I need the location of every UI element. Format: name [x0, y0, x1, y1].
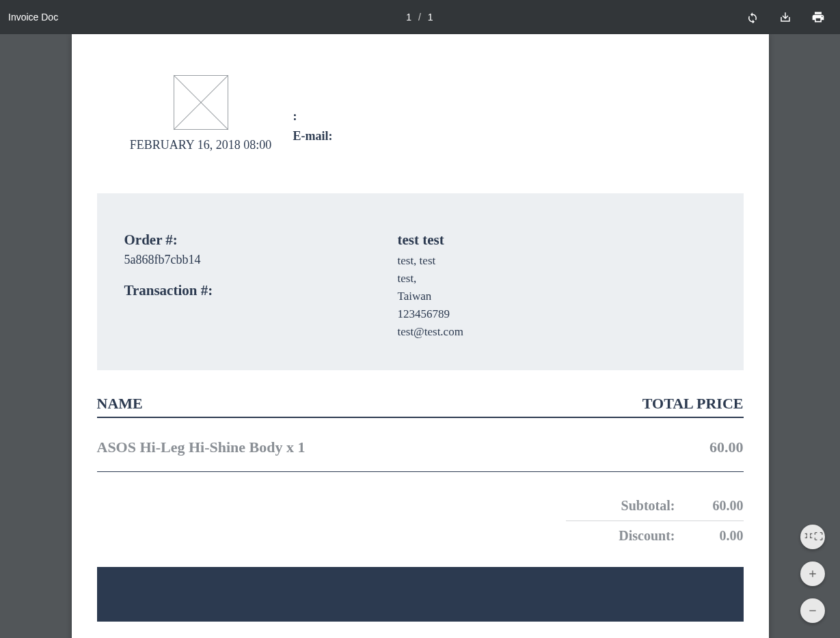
discount-label: Discount:: [580, 528, 675, 544]
invoice-header: FEBRUARY 16, 2018 08:00 : E-mail:: [72, 34, 769, 166]
transaction-number-label: Transaction #:: [124, 282, 398, 299]
download-icon[interactable]: [778, 10, 792, 24]
items-header-name: NAME: [97, 395, 143, 413]
line-item-row: ASOS Hi-Leg Hi-Shine Body x 1 60.00: [97, 418, 744, 472]
fit-page-button[interactable]: ⛶: [800, 525, 825, 549]
page-indicator: 1 / 1: [406, 12, 433, 23]
zoom-controls: ⛶: [800, 525, 825, 623]
invoice-date: FEBRUARY 16, 2018 08:00: [130, 138, 271, 152]
customer-country: Taiwan: [398, 290, 716, 303]
rotate-icon[interactable]: [746, 10, 759, 24]
items-header-row: NAME TOTAL PRICE: [97, 395, 744, 418]
order-number-label: Order #:: [124, 232, 398, 249]
subtotal-label: Subtotal:: [580, 498, 675, 514]
print-icon[interactable]: [811, 10, 825, 24]
page-current: 1: [406, 12, 412, 23]
toolbar-actions: [746, 10, 833, 24]
totals: Subtotal: 60.00 Discount: 0.00: [97, 491, 744, 551]
item-name: ASOS Hi-Leg Hi-Shine Body x 1: [97, 433, 306, 456]
line-items: NAME TOTAL PRICE ASOS Hi-Leg Hi-Shine Bo…: [97, 395, 744, 472]
discount-value: 0.00: [675, 528, 744, 544]
items-header-price: TOTAL PRICE: [642, 395, 744, 413]
email-label: E-mail:: [293, 129, 333, 143]
broken-image-icon: [174, 75, 228, 130]
pdf-page: FEBRUARY 16, 2018 08:00 : E-mail: Order …: [72, 34, 769, 638]
logo-column: FEBRUARY 16, 2018 08:00: [109, 75, 293, 152]
item-price: 60.00: [709, 439, 744, 456]
zoom-in-button[interactable]: [800, 561, 825, 586]
subtotal-row: Subtotal: 60.00: [97, 491, 744, 521]
page-total: 1: [428, 12, 434, 23]
customer-phone: 123456789: [398, 307, 716, 321]
colon-label: :: [293, 109, 333, 124]
doc-title: Invoice Doc: [7, 12, 58, 23]
info-column: : E-mail:: [293, 75, 333, 149]
order-number-value: 5a868fb7cbb14: [124, 253, 398, 267]
customer-address-1: test, test: [398, 254, 716, 268]
subtotal-value: 60.00: [675, 498, 744, 514]
customer-info: test test test, test test, Taiwan 123456…: [398, 232, 716, 343]
invoice-footer-band: [97, 567, 744, 622]
customer-address-2: test,: [398, 272, 716, 286]
pdf-viewer[interactable]: FEBRUARY 16, 2018 08:00 : E-mail: Order …: [0, 34, 840, 638]
order-summary: Order #: 5a868fb7cbb14 Transaction #: te…: [97, 193, 744, 370]
page-separator: /: [418, 12, 422, 23]
discount-row: Discount: 0.00: [97, 521, 744, 551]
customer-name: test test: [398, 232, 716, 249]
pdf-toolbar: Invoice Doc 1 / 1: [0, 0, 840, 34]
zoom-out-button[interactable]: [800, 598, 825, 623]
customer-email: test@test.com: [398, 325, 716, 339]
order-ids: Order #: 5a868fb7cbb14 Transaction #:: [124, 232, 398, 343]
